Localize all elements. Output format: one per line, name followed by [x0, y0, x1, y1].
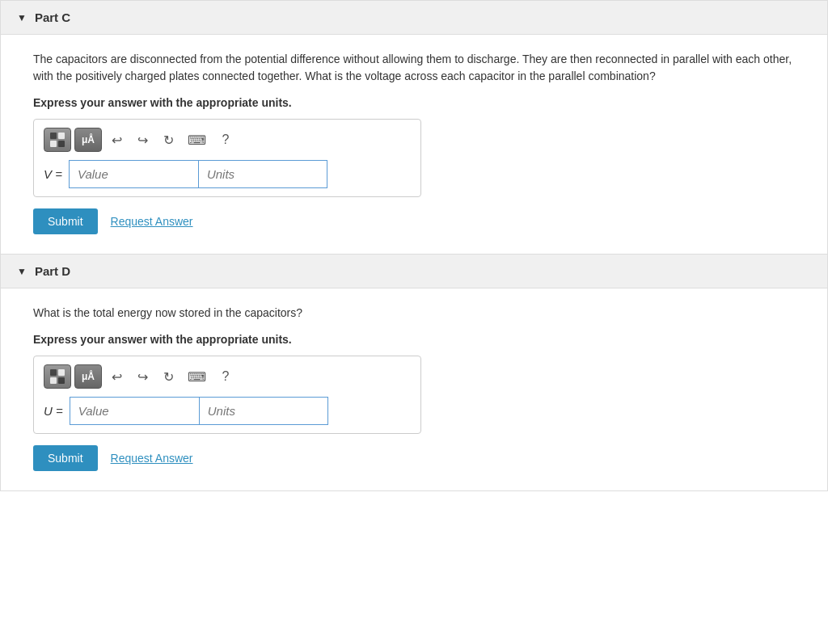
part-c-express: Express your answer with the appropriate… — [33, 96, 795, 109]
part-d-title: Part D — [35, 264, 70, 278]
redo-icon-c: ↪ — [137, 133, 148, 148]
part-c-section: ▼ Part C The capacitors are disconnected… — [0, 0, 828, 255]
part-c-toolbar: μÅ ↩ ↪ ↻ ⌨ ? — [44, 128, 411, 152]
keyboard-button-c[interactable]: ⌨ — [183, 129, 211, 151]
part-c-body: The capacitors are disconnected from the… — [1, 35, 827, 254]
part-d-value-input[interactable] — [70, 397, 199, 425]
part-d-var-label: U = — [44, 404, 63, 418]
help-icon-c: ? — [222, 133, 230, 147]
part-d-action-row: Submit Request Answer — [33, 445, 795, 471]
help-button-c[interactable]: ? — [214, 129, 237, 150]
refresh-icon-d: ↻ — [163, 369, 174, 385]
keyboard-icon-c: ⌨ — [188, 133, 206, 148]
redo-icon-d: ↪ — [137, 369, 148, 385]
undo-button-d[interactable]: ↩ — [105, 366, 128, 388]
refresh-icon-c: ↻ — [163, 133, 174, 148]
part-d-toolbar: μÅ ↩ ↪ ↻ ⌨ ? — [44, 364, 411, 389]
mu-label-c: μÅ — [82, 134, 95, 145]
part-c-header: ▼ Part C — [1, 1, 827, 35]
refresh-button-d[interactable]: ↻ — [157, 366, 180, 388]
part-c-units-input[interactable] — [198, 160, 327, 188]
part-c-var-label: V = — [44, 167, 62, 181]
refresh-button-c[interactable]: ↻ — [157, 129, 180, 151]
undo-button-c[interactable]: ↩ — [105, 129, 128, 151]
part-c-value-input[interactable] — [69, 160, 198, 188]
part-d-header: ▼ Part D — [1, 255, 827, 288]
keyboard-icon-d: ⌨ — [188, 369, 206, 385]
matrix-button-c[interactable] — [44, 128, 71, 152]
part-c-chevron[interactable]: ▼ — [17, 12, 27, 23]
redo-button-d[interactable]: ↪ — [131, 366, 154, 388]
part-d-body: What is the total energy now stored in t… — [1, 288, 827, 490]
part-c-request-button[interactable]: Request Answer — [111, 215, 193, 228]
help-icon-d: ? — [222, 369, 230, 384]
part-d-input-row: U = — [44, 397, 411, 425]
mu-label-d: μÅ — [82, 371, 95, 382]
matrix-button-d[interactable] — [44, 364, 71, 389]
part-d-submit-button[interactable]: Submit — [33, 445, 98, 471]
part-d-chevron[interactable]: ▼ — [17, 266, 27, 277]
part-d-express: Express your answer with the appropriate… — [33, 333, 795, 346]
part-d-question: What is the total energy now stored in t… — [33, 305, 795, 322]
matrix-icon-c — [50, 133, 65, 147]
part-d-section: ▼ Part D What is the total energy now st… — [0, 255, 828, 491]
mu-button-c[interactable]: μÅ — [74, 128, 102, 152]
keyboard-button-d[interactable]: ⌨ — [183, 366, 211, 388]
undo-icon-d: ↩ — [112, 369, 122, 385]
redo-button-c[interactable]: ↪ — [131, 129, 154, 151]
part-c-question: The capacitors are disconnected from the… — [33, 51, 795, 85]
part-c-answer-box: μÅ ↩ ↪ ↻ ⌨ ? V = — [33, 119, 421, 197]
undo-icon-c: ↩ — [112, 133, 122, 148]
part-c-input-row: V = — [44, 160, 411, 188]
part-c-action-row: Submit Request Answer — [33, 208, 795, 234]
part-d-answer-box: μÅ ↩ ↪ ↻ ⌨ ? U = — [33, 356, 421, 434]
matrix-icon-d — [50, 369, 65, 384]
part-d-request-button[interactable]: Request Answer — [111, 452, 193, 465]
part-c-title: Part C — [35, 11, 70, 24]
help-button-d[interactable]: ? — [214, 366, 237, 387]
part-c-submit-button[interactable]: Submit — [33, 208, 98, 234]
part-d-units-input[interactable] — [199, 397, 328, 425]
mu-button-d[interactable]: μÅ — [74, 364, 102, 389]
